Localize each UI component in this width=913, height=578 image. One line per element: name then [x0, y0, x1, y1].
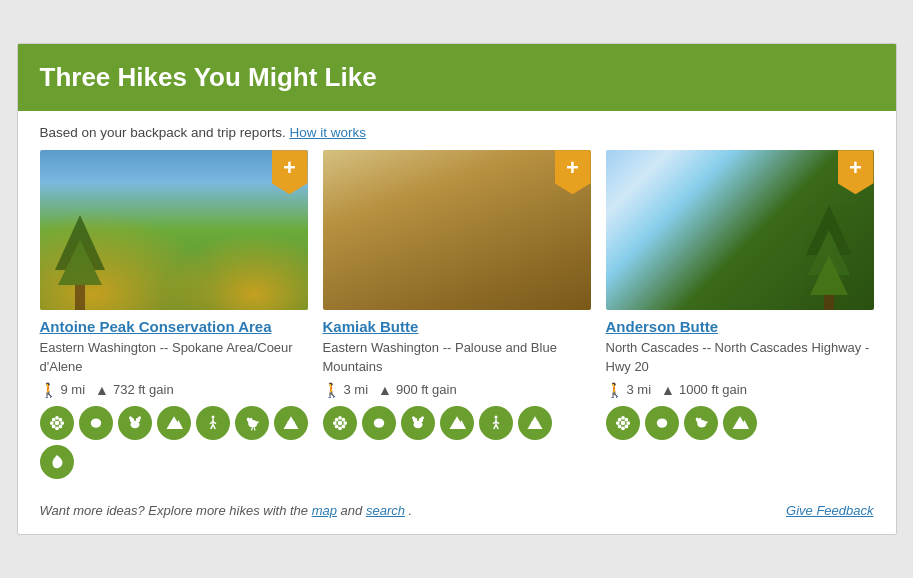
- search-link[interactable]: search: [366, 503, 405, 518]
- svg-point-3: [54, 420, 59, 425]
- hike-icons-anderson: [606, 406, 874, 440]
- svg-point-83: [656, 418, 667, 427]
- svg-point-23: [211, 415, 214, 418]
- hike-stats-anderson: 🚶 3 mi ▲ 1000 ft gain: [606, 382, 874, 398]
- main-card: Three Hikes You Might Like Based on your…: [17, 43, 897, 534]
- svg-point-73: [621, 426, 625, 430]
- svg-line-34: [251, 427, 253, 430]
- hike-region-anderson: North Cascades -- North Cascades Highway…: [606, 339, 874, 375]
- svg-rect-2: [75, 285, 85, 310]
- gain-stat-antoine: ▲ 732 ft gain: [95, 382, 174, 398]
- distance-stat-antoine: 🚶 9 mi: [40, 382, 86, 398]
- person-icon-anderson: 🚶: [606, 382, 623, 398]
- person-icon-antoine: 🚶: [40, 382, 57, 398]
- gain-value-anderson: 1000 ft gain: [679, 382, 747, 397]
- svg-line-64: [496, 424, 498, 429]
- svg-point-86: [695, 417, 698, 421]
- map-link[interactable]: map: [312, 503, 337, 518]
- svg-point-78: [624, 417, 628, 421]
- dog-icon-antoine[interactable]: [235, 406, 269, 440]
- svg-point-55: [412, 416, 415, 419]
- svg-point-33: [255, 421, 258, 423]
- footer-text-after: .: [409, 503, 413, 518]
- footer-text-middle: and: [341, 503, 366, 518]
- distance-stat-kamiak: 🚶 3 mi: [323, 382, 369, 398]
- svg-point-54: [413, 420, 422, 428]
- mountain-icon-antoine[interactable]: [157, 406, 191, 440]
- svg-point-18: [130, 420, 139, 428]
- hike-name-antoine[interactable]: Antoine Peak Conservation Area: [40, 318, 308, 335]
- svg-point-47: [334, 424, 338, 428]
- hike-icons-kamiak: [323, 406, 591, 440]
- svg-point-77: [624, 424, 628, 428]
- hiking-icon-antoine[interactable]: [196, 406, 230, 440]
- hike-item-anderson: + Anderson Butte North Cascades -- North…: [606, 150, 874, 478]
- distance-value-anderson: 3 mi: [627, 382, 652, 397]
- mountain-icon-kamiak[interactable]: [440, 406, 474, 440]
- footer-section: Want more ideas? Explore more hikes with…: [18, 493, 896, 534]
- gain-stat-kamiak: ▲ 900 ft gain: [378, 382, 457, 398]
- bear-icon-antoine[interactable]: [118, 406, 152, 440]
- wildflower-icon-kamiak[interactable]: [323, 406, 357, 440]
- svg-point-40: [338, 416, 342, 420]
- gain-value-antoine: 732 ft gain: [113, 382, 174, 397]
- svg-point-71: [620, 420, 625, 425]
- svg-point-44: [334, 417, 338, 421]
- svg-point-9: [58, 424, 62, 428]
- hike-name-anderson[interactable]: Anderson Butte: [606, 318, 874, 335]
- svg-point-76: [617, 417, 621, 421]
- mountain-icon-anderson[interactable]: [723, 406, 757, 440]
- mountain-icon-antoine: ▲: [95, 382, 109, 398]
- svg-point-5: [55, 426, 59, 430]
- svg-point-74: [615, 421, 619, 425]
- svg-point-46: [341, 417, 345, 421]
- footer-left: Want more ideas? Explore more hikes with…: [40, 503, 413, 518]
- hike-name-kamiak[interactable]: Kamiak Butte: [323, 318, 591, 335]
- wildlife-icon-kamiak[interactable]: [362, 406, 396, 440]
- hike-image-wrapper-kamiak: +: [323, 150, 591, 310]
- hike-item-antoine: + Antoine Peak Conservation Area Eastern…: [40, 150, 308, 478]
- hike-item-kamiak: + Kamiak Butte Eastern Washington -- Pal…: [323, 150, 591, 478]
- gain-value-kamiak: 900 ft gain: [396, 382, 457, 397]
- hike-image-wrapper-antoine: +: [40, 150, 308, 310]
- svg-point-41: [338, 426, 342, 430]
- svg-line-28: [213, 424, 215, 429]
- wildflower-icon-anderson[interactable]: [606, 406, 640, 440]
- svg-point-8: [51, 417, 55, 421]
- svg-point-56: [421, 416, 424, 419]
- hike-stats-kamiak: 🚶 3 mi ▲ 900 ft gain: [323, 382, 591, 398]
- svg-point-31: [246, 417, 249, 421]
- svg-point-45: [341, 424, 345, 428]
- hike-region-antoine: Eastern Washington -- Spokane Area/Coeur…: [40, 339, 308, 375]
- footer-text-before: Want more ideas? Explore more hikes with…: [40, 503, 309, 518]
- hiking-icon-kamiak[interactable]: [479, 406, 513, 440]
- svg-line-35: [254, 427, 255, 430]
- tree-decor-anderson: [804, 200, 854, 310]
- hikes-grid: + Antoine Peak Conservation Area Eastern…: [18, 150, 896, 492]
- svg-point-4: [55, 416, 59, 420]
- gain-stat-anderson: ▲ 1000 ft gain: [661, 382, 747, 398]
- subtext-static: Based on your backpack and trip reports.: [40, 125, 286, 140]
- svg-point-87: [699, 417, 701, 420]
- mountain-icon-anderson: ▲: [661, 382, 675, 398]
- camping-icon-kamiak[interactable]: [518, 406, 552, 440]
- svg-point-7: [60, 421, 64, 425]
- svg-point-15: [90, 418, 101, 427]
- give-feedback-link[interactable]: Give Feedback: [786, 503, 873, 518]
- svg-point-20: [138, 416, 141, 419]
- svg-point-59: [494, 415, 497, 418]
- wildlife-icon-antoine[interactable]: [79, 406, 113, 440]
- hike-region-kamiak: Eastern Washington -- Palouse and Blue M…: [323, 339, 591, 375]
- leaf-icon-antoine[interactable]: [40, 445, 74, 479]
- bear-icon-kamiak[interactable]: [401, 406, 435, 440]
- how-it-works-link[interactable]: How it works: [289, 125, 366, 140]
- wildlife-icon-anderson[interactable]: [645, 406, 679, 440]
- camping-icon-antoine[interactable]: [274, 406, 308, 440]
- dog-icon-anderson[interactable]: [684, 406, 718, 440]
- tree-decor-antoine: [50, 210, 110, 310]
- wildflower-icon-antoine[interactable]: [40, 406, 74, 440]
- svg-point-19: [129, 416, 132, 419]
- header-section: Three Hikes You Might Like: [18, 44, 896, 111]
- svg-point-42: [332, 421, 336, 425]
- subtext-section: Based on your backpack and trip reports.…: [18, 111, 896, 150]
